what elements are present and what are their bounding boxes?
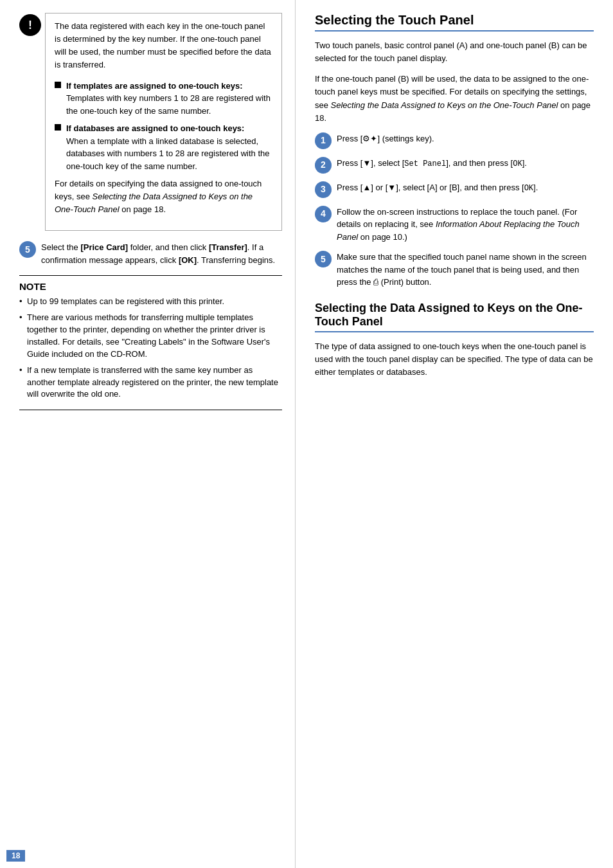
caution-list: If templates are assigned to one-touch k…	[55, 80, 272, 173]
right-step-3: 3 Press [▲] or [▼], select [A] or [B], a…	[315, 181, 594, 198]
note-item-3: If a new template is transferred with th…	[19, 365, 282, 401]
step-5-circle: 5	[19, 241, 36, 258]
caution-wrapper: ! The data registered with each key in t…	[19, 13, 282, 231]
note-box: NOTE Up to 99 templates can be registere…	[19, 275, 282, 410]
left-column: ! The data registered with each key in t…	[0, 0, 296, 868]
step-5-row: 5 Select the [Price Card] folder, and th…	[19, 241, 282, 266]
right-step-2-text: Press [▼], select [Set Panel], and then …	[337, 157, 594, 170]
section-touch-panel-detail: If the one-touch panel (B) will be used,…	[315, 73, 594, 125]
caution-box: The data registered with each key in the…	[45, 13, 282, 231]
section-touch-panel-title: Selecting the Touch Panel	[315, 13, 594, 32]
caution-footer-text: For details on specifying the data assig…	[55, 177, 272, 216]
section-touch-panel: Selecting the Touch Panel Two touch pane…	[315, 13, 594, 289]
right-step-2-circle: 2	[315, 157, 332, 174]
note-item-2: There are various methods for transferri…	[19, 312, 282, 360]
section-touch-panel-intro: Two touch panels, basic control panel (A…	[315, 39, 594, 65]
caution-list-item-2: If databases are assigned to one-touch k…	[55, 122, 272, 172]
section-data-assigned-body: The type of data assigned to one-touch k…	[315, 340, 594, 379]
right-step-4-circle: 4	[315, 206, 332, 222]
page-number: 18	[6, 850, 25, 862]
section-data-assigned: Selecting the Data Assigned to Keys on t…	[315, 302, 594, 379]
page: ! The data registered with each key in t…	[0, 0, 613, 868]
right-step-5-circle: 5	[315, 251, 332, 267]
right-step-5-text: Make sure that the specified touch panel…	[337, 251, 594, 289]
right-step-5: 5 Make sure that the specified touch pan…	[315, 251, 594, 289]
caution-bullet1-text: If templates are assigned to one-touch k…	[66, 80, 272, 118]
right-step-2: 2 Press [▼], select [Set Panel], and the…	[315, 157, 594, 174]
section-data-assigned-title: Selecting the Data Assigned to Keys on t…	[315, 302, 594, 332]
caution-list-item-1: If templates are assigned to one-touch k…	[55, 80, 272, 118]
bullet-icon-1	[55, 82, 61, 88]
step-5-text: Select the [Price Card] folder, and then…	[41, 241, 282, 266]
settings-icon: ⚙✦	[362, 132, 377, 145]
caution-intro-text: The data registered with each key in the…	[55, 20, 272, 72]
right-step-3-circle: 3	[315, 181, 332, 198]
bullet-icon-2	[55, 124, 61, 131]
note-list: Up to 99 templates can be registered wit…	[19, 296, 282, 401]
right-step-3-text: Press [▲] or [▼], select [A] or [B], and…	[337, 181, 594, 194]
right-step-1-circle: 1	[315, 132, 332, 149]
right-column: Selecting the Touch Panel Two touch pane…	[296, 0, 613, 868]
caution-bullet2-text: If databases are assigned to one-touch k…	[66, 122, 272, 172]
right-step-1: 1 Press [⚙✦] (settings key).	[315, 132, 594, 149]
right-step-1-text: Press [⚙✦] (settings key).	[337, 132, 594, 145]
caution-icon: !	[19, 14, 41, 36]
right-step-4: 4 Follow the on-screen instructions to r…	[315, 206, 594, 244]
note-item-1: Up to 99 templates can be registered wit…	[19, 296, 282, 308]
right-step-4-text: Follow the on-screen instructions to rep…	[337, 206, 594, 244]
note-title: NOTE	[19, 281, 282, 292]
